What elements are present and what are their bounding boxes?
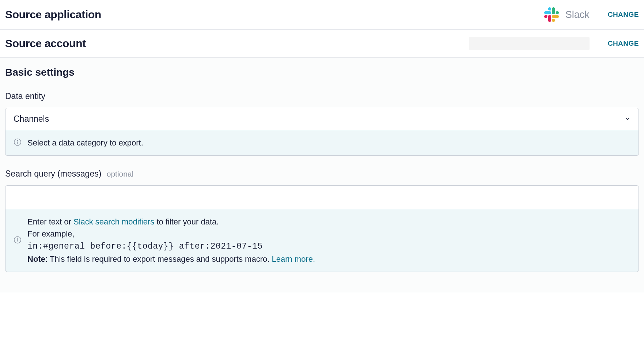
source-account-header: Source account CHANGE — [5, 37, 639, 50]
data-entity-help-box: Select a data category to export. — [5, 130, 639, 156]
help-example-label: For example, — [27, 229, 74, 238]
source-account-section: Source account CHANGE — [0, 30, 644, 58]
svg-point-5 — [17, 238, 18, 238]
search-query-help-box: Enter text or Slack search modifiers to … — [5, 209, 639, 272]
data-entity-field-group: Data entity Channels Select a data categ… — [5, 91, 639, 156]
source-application-header: Source application Slack CHANGE — [5, 7, 639, 22]
search-query-field-group: Search query (messages) optional Enter t… — [5, 169, 639, 272]
data-entity-select[interactable]: Channels — [5, 108, 639, 130]
source-application-title: Source application — [5, 8, 101, 21]
source-account-value-redacted — [469, 37, 590, 50]
search-query-help-text: Enter text or Slack search modifiers to … — [27, 216, 315, 265]
data-entity-help-text: Select a data category to export. — [27, 137, 143, 149]
search-query-label-text: Search query (messages) — [5, 169, 101, 178]
slack-icon — [544, 7, 559, 22]
change-source-app-button[interactable]: CHANGE — [608, 11, 639, 19]
source-account-title: Source account — [5, 37, 86, 50]
basic-settings-title: Basic settings — [5, 67, 639, 78]
source-application-info: Slack CHANGE — [544, 7, 639, 22]
info-icon — [14, 235, 22, 245]
help-suffix: to filter your data. — [154, 217, 219, 226]
help-note-label: Note — [27, 254, 45, 264]
help-example-code: in:#general before:{{today}} after:2021-… — [27, 242, 263, 251]
learn-more-link[interactable]: Learn more. — [272, 254, 315, 264]
basic-settings-section: Basic settings Data entity Channels Sele… — [0, 58, 644, 292]
source-application-section: Source application Slack CHANGE — [0, 0, 644, 30]
source-application-name: Slack — [565, 9, 590, 20]
slack-search-modifiers-link[interactable]: Slack search modifiers — [73, 217, 154, 226]
search-query-input[interactable] — [5, 185, 639, 209]
change-source-account-button[interactable]: CHANGE — [608, 39, 639, 48]
help-prefix: Enter text or — [27, 217, 73, 226]
data-entity-selected-value: Channels — [14, 114, 49, 124]
svg-point-2 — [17, 140, 18, 140]
search-query-label: Search query (messages) optional — [5, 169, 639, 179]
chevron-down-icon — [625, 114, 630, 124]
source-account-info: CHANGE — [469, 37, 639, 50]
info-icon — [14, 138, 22, 148]
search-query-optional-tag: optional — [107, 170, 134, 178]
data-entity-label: Data entity — [5, 91, 639, 101]
help-note-text: : This field is required to export messa… — [45, 254, 272, 264]
